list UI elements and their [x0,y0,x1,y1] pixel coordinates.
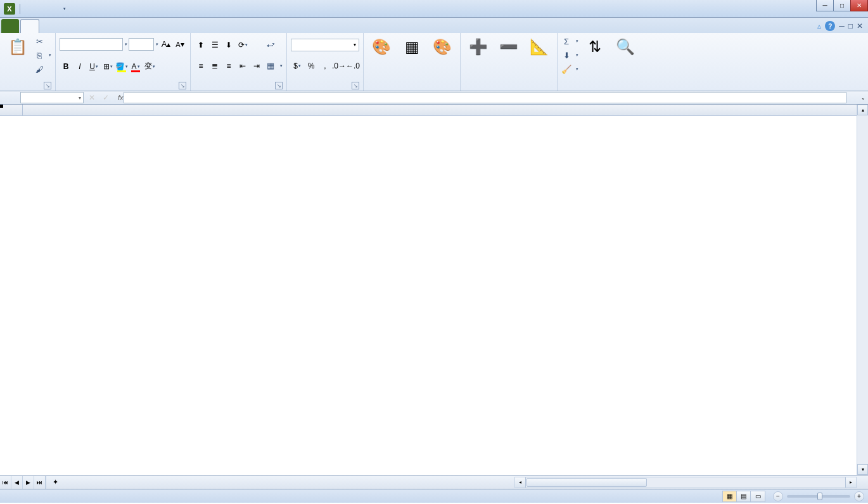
inner-restore-icon[interactable]: □ [848,22,853,30]
align-top-button[interactable]: ⬆ [195,39,207,51]
formula-input[interactable] [124,92,846,103]
fill-button[interactable]: ⬇▾ [561,49,578,61]
scroll-down-button[interactable]: ▾ [857,464,868,475]
redo-button[interactable] [50,4,60,14]
tab-data[interactable] [93,19,110,33]
scroll-right-button[interactable]: ▸ [845,477,856,488]
expand-formula-bar-icon[interactable]: ⌄ [858,92,868,103]
number-format-combo[interactable] [291,39,359,51]
help-icon[interactable]: ? [825,21,835,31]
tab-layout[interactable] [57,19,75,33]
vertical-scrollbar[interactable]: ▴ ▾ [857,105,868,475]
delete-cells-button[interactable]: ➖ [495,34,523,61]
scroll-up-button[interactable]: ▴ [857,105,868,115]
zoom-out-button[interactable]: − [773,491,783,501]
border-button[interactable]: ⊞▾ [101,60,114,73]
format-painter-button[interactable]: 🖌 [34,63,51,75]
inner-minimize-icon[interactable]: ─ [839,22,845,30]
maximize-button[interactable]: □ [833,0,851,11]
align-left-button[interactable]: ≡ [195,60,207,72]
close-button[interactable]: ✕ [850,0,868,11]
cut-button[interactable]: ✂ [34,36,51,47]
qat-customize-icon[interactable]: ▾ [63,6,66,11]
increase-indent-button[interactable]: ⇥ [250,60,263,72]
conditional-format-button[interactable]: 🎨 [367,34,395,61]
row-headers[interactable] [0,116,23,475]
align-center-button[interactable]: ≣ [208,60,221,72]
cell-styles-button[interactable]: 🎨 [428,34,456,61]
underline-button[interactable]: U▾ [87,60,100,73]
paste-button[interactable]: 📋 [4,34,32,61]
zoom-thumb[interactable] [817,493,822,500]
currency-button[interactable]: $▾ [291,60,303,72]
number-launcher-icon[interactable]: ↘ [352,82,359,89]
new-sheet-button[interactable]: ✦ [48,477,63,488]
minimize-button[interactable]: ─ [816,0,834,11]
save-button[interactable] [25,4,35,14]
align-bottom-button[interactable]: ⬇ [222,39,235,51]
column-headers[interactable] [23,105,857,116]
autosum-button[interactable]: Σ▾ [561,36,578,47]
sheet-nav-last[interactable]: ⏭ [34,476,46,489]
copy-button[interactable]: ⎘▾ [34,49,51,61]
font-size-combo[interactable] [129,38,154,51]
sheet-nav-next[interactable]: ▶ [23,476,34,489]
find-select-button[interactable]: 🔍 [611,34,639,61]
tab-developer[interactable] [146,19,163,33]
merge-center-button[interactable]: ▦▾ [265,60,283,72]
sort-filter-button[interactable]: ⇅ [581,34,609,61]
shrink-font-button[interactable]: A▾ [174,38,186,51]
align-middle-button[interactable]: ☰ [208,39,221,51]
accept-formula-icon[interactable]: ✓ [99,92,113,103]
copy-icon: ⎘ [34,50,44,60]
fx-icon[interactable]: fx [118,94,124,101]
scroll-left-button[interactable]: ◂ [515,477,526,488]
bold-button[interactable]: B [60,60,72,73]
decrease-indent-button[interactable]: ⇤ [236,60,249,72]
grow-font-button[interactable]: A▴ [160,38,172,51]
font-name-combo[interactable] [60,38,123,51]
name-box[interactable] [20,92,84,103]
font-launcher-icon[interactable]: ↘ [179,82,186,89]
spreadsheet-grid[interactable]: ▴ ▾ [0,105,868,475]
view-normal-button[interactable]: ▦ [723,491,737,501]
format-cells-button[interactable]: 📐 [525,34,553,61]
font-color-button[interactable]: A▾ [129,60,142,73]
cancel-formula-icon[interactable]: ✕ [85,92,99,103]
wrap-text-button[interactable]: ⮐ [265,39,283,51]
tab-file[interactable] [1,19,19,33]
insert-cells-button[interactable]: ➕ [464,34,492,61]
inner-close-icon[interactable]: ✕ [857,22,863,30]
clipboard-launcher-icon[interactable]: ↘ [44,82,51,89]
tab-insert[interactable] [39,19,57,33]
align-right-button[interactable]: ≡ [222,60,235,72]
tab-home[interactable] [20,19,39,33]
tab-formulas[interactable] [75,19,93,33]
increase-decimal-button[interactable]: .0→ [333,60,345,72]
align-launcher-icon[interactable]: ↘ [275,82,283,89]
sheet-nav-prev[interactable]: ◀ [11,476,23,489]
zoom-slider[interactable] [787,495,850,498]
select-all-corner[interactable] [0,105,23,116]
orientation-button[interactable]: ⟳▾ [236,39,249,51]
phonetic-button[interactable]: 变▾ [143,60,156,73]
italic-button[interactable]: I [73,60,86,73]
tab-view[interactable] [128,19,146,33]
percent-button[interactable]: % [305,60,317,72]
view-page-layout-button[interactable]: ▤ [737,491,751,501]
horizontal-scrollbar[interactable]: ◂ ▸ [514,477,857,488]
hscroll-thumb[interactable] [527,478,647,487]
zoom-in-button[interactable]: + [854,491,864,501]
fill-color-button[interactable]: 🪣▾ [115,60,128,73]
minimize-ribbon-icon[interactable]: ▵ [817,22,821,30]
cells-area[interactable] [23,116,857,475]
tab-review[interactable] [110,19,128,33]
clear-button[interactable]: 🧹▾ [561,63,578,75]
excel-logo-icon[interactable]: X [4,3,15,15]
format-table-button[interactable]: ▦ [398,34,426,61]
undo-button[interactable] [37,4,48,14]
sheet-nav-first[interactable]: ⏮ [0,476,11,489]
view-page-break-button[interactable]: ▭ [751,491,765,501]
comma-button[interactable]: , [319,60,331,72]
decrease-decimal-button[interactable]: ←.0 [347,60,359,72]
